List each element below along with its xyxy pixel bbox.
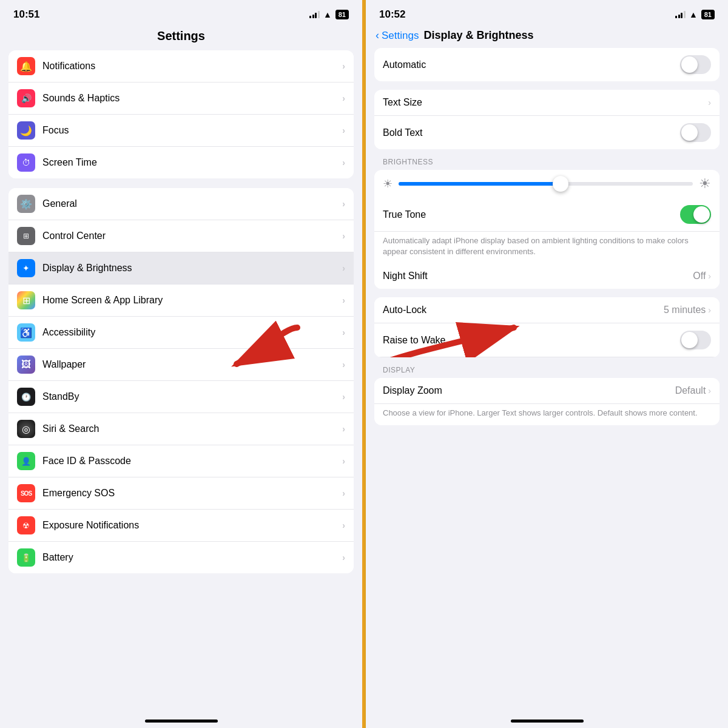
general-label: General xyxy=(42,198,342,209)
row-truetone[interactable]: True Tone xyxy=(374,198,720,232)
battery-left: 81 xyxy=(335,10,349,19)
status-bar-left: 10:51 ▲ 81 xyxy=(0,0,362,24)
right-group-display: Display Zoom Default › Choose a view for… xyxy=(374,378,720,425)
homescreen-label: Home Screen & App Library xyxy=(42,295,342,306)
automatic-toggle[interactable] xyxy=(680,55,711,74)
right-group-automatic: Automatic xyxy=(374,48,720,81)
home-indicator-right xyxy=(366,713,728,728)
general-chevron: › xyxy=(342,199,345,209)
wallpaper-label: Wallpaper xyxy=(42,359,342,370)
right-settings-list: Automatic Text Size › Bold Text BRIGHTNE… xyxy=(366,48,728,713)
faceid-chevron: › xyxy=(342,456,345,466)
siri-label: Siri & Search xyxy=(42,423,342,434)
raisetowake-label: Raise to Wake xyxy=(383,335,680,346)
brightness-slider-fill xyxy=(399,182,561,186)
right-nav-header: ‹ Settings Display & Brightness xyxy=(366,24,728,48)
sounds-chevron: › xyxy=(342,93,345,103)
standby-label: StandBy xyxy=(42,391,342,402)
accessibility-label: Accessibility xyxy=(42,327,342,338)
row-textsize[interactable]: Text Size › xyxy=(374,90,720,116)
wifi-icon: ▲ xyxy=(323,10,332,19)
boldtext-toggle-knob xyxy=(681,124,698,141)
nightshift-label: Night Shift xyxy=(383,271,693,281)
status-icons-left: ▲ 81 xyxy=(309,10,349,19)
row-display[interactable]: ✦ Display & Brightness › xyxy=(8,252,354,285)
row-automatic[interactable]: Automatic xyxy=(374,48,720,81)
displayzoom-chevron: › xyxy=(708,386,711,396)
homescreen-icon: ⊞ xyxy=(17,291,35,309)
nightshift-value: Off xyxy=(693,271,706,281)
displayzoom-label: Display Zoom xyxy=(383,385,675,396)
truetone-label: True Tone xyxy=(383,209,680,220)
row-sos[interactable]: SOS Emergency SOS › xyxy=(8,477,354,510)
display-section-label: DISPLAY xyxy=(374,366,720,378)
autolock-label: Auto-Lock xyxy=(383,305,664,315)
automatic-toggle-knob xyxy=(681,56,698,73)
brightness-slider-track[interactable] xyxy=(399,182,693,186)
right-group-lock: Auto-Lock 5 minutes › Raise to Wake xyxy=(374,297,720,357)
brightness-slider-thumb[interactable] xyxy=(553,176,568,192)
row-raisetowake[interactable]: Raise to Wake xyxy=(374,323,720,357)
sos-label: Emergency SOS xyxy=(42,488,342,499)
row-standby[interactable]: 🕐 StandBy › xyxy=(8,381,354,413)
automatic-label: Automatic xyxy=(383,59,680,70)
row-displayzoom[interactable]: Display Zoom Default › xyxy=(374,378,720,404)
row-autolock[interactable]: Auto-Lock 5 minutes › xyxy=(374,297,720,323)
time-left: 10:51 xyxy=(13,8,39,21)
standby-icon: 🕐 xyxy=(17,388,35,406)
row-siri[interactable]: ◎ Siri & Search › xyxy=(8,413,354,445)
back-chevron-icon: ‹ xyxy=(376,29,379,42)
displayzoom-value: Default xyxy=(675,385,706,396)
notifications-icon: 🔔 xyxy=(17,57,35,75)
boldtext-label: Bold Text xyxy=(383,127,680,138)
sounds-icon: 🔊 xyxy=(17,89,35,107)
section-brightness-header: BRIGHTNESS xyxy=(374,158,720,170)
boldtext-toggle[interactable] xyxy=(680,123,711,142)
signal-icon xyxy=(309,11,320,18)
truetone-toggle[interactable] xyxy=(680,205,711,224)
sos-icon: SOS xyxy=(17,484,35,502)
row-controlcenter[interactable]: ⊞ Control Center › xyxy=(8,220,354,252)
row-boldtext[interactable]: Bold Text xyxy=(374,116,720,149)
brightness-slider-row[interactable]: ☀ ☀ xyxy=(374,170,720,198)
row-sounds[interactable]: 🔊 Sounds & Haptics › xyxy=(8,83,354,115)
siri-icon: ◎ xyxy=(17,420,35,438)
row-focus[interactable]: 🌙 Focus › xyxy=(8,115,354,147)
row-faceid[interactable]: 👤 Face ID & Passcode › xyxy=(8,445,354,477)
back-button[interactable]: ‹ Settings xyxy=(376,29,419,42)
controlcenter-icon: ⊞ xyxy=(17,227,35,245)
row-exposure[interactable]: ☢ Exposure Notifications › xyxy=(8,510,354,542)
battery-right: 81 xyxy=(701,10,715,19)
display-label: Display & Brightness xyxy=(42,263,342,274)
truetone-toggle-knob xyxy=(693,206,710,223)
right-group-text: Text Size › Bold Text xyxy=(374,90,720,149)
controlcenter-chevron: › xyxy=(342,231,345,241)
status-bar-right: 10:52 ▲ 81 xyxy=(366,0,728,24)
raisetowake-toggle[interactable] xyxy=(680,331,711,349)
time-right: 10:52 xyxy=(379,8,405,21)
right-page-title: Display & Brightness xyxy=(423,29,533,42)
faceid-label: Face ID & Passcode xyxy=(42,456,342,467)
back-label: Settings xyxy=(382,30,419,42)
truetone-description: Automatically adapt iPhone display based… xyxy=(374,232,720,263)
display-chevron: › xyxy=(342,263,345,273)
sos-chevron: › xyxy=(342,488,345,498)
row-wallpaper[interactable]: 🖼 Wallpaper › xyxy=(8,349,354,381)
displayzoom-description: Choose a view for iPhone. Larger Text sh… xyxy=(374,404,720,425)
siri-chevron: › xyxy=(342,424,345,434)
faceid-icon: 👤 xyxy=(17,452,35,470)
row-screentime[interactable]: ⏱ Screen Time › xyxy=(8,147,354,178)
row-accessibility[interactable]: ♿ Accessibility › xyxy=(8,317,354,349)
row-battery[interactable]: 🔋 Battery › xyxy=(8,542,354,573)
settings-group-2: ⚙️ General › ⊞ Control Center › ✦ Displa… xyxy=(8,188,354,573)
general-icon: ⚙️ xyxy=(17,195,35,213)
home-bar-right xyxy=(511,720,584,723)
row-homescreen[interactable]: ⊞ Home Screen & App Library › xyxy=(8,285,354,317)
sun-large-icon: ☀ xyxy=(699,176,711,192)
row-nightshift[interactable]: Night Shift Off › xyxy=(374,263,720,289)
row-general[interactable]: ⚙️ General › xyxy=(8,188,354,220)
raisetowake-toggle-knob xyxy=(681,332,698,348)
controlcenter-label: Control Center xyxy=(42,231,342,241)
row-notifications[interactable]: 🔔 Notifications › xyxy=(8,50,354,83)
homescreen-chevron: › xyxy=(342,295,345,305)
